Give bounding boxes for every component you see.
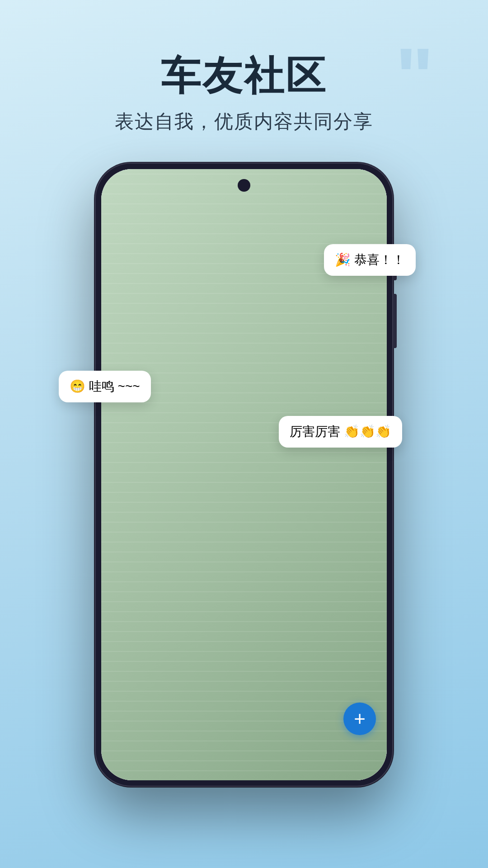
fab-create-button[interactable]: + (343, 703, 376, 731)
hero-section: 车友社区 表达自我，优质内容共同分享 (0, 0, 488, 134)
hero-subtitle: 表达自我，优质内容共同分享 (0, 109, 488, 134)
hero-title: 车友社区 (0, 54, 488, 98)
bubble-wow: 😁 哇鸣 ~~~ (59, 371, 151, 402)
bubble-congrats: 🎉 恭喜！！ (324, 244, 416, 276)
camera-notch (238, 179, 250, 192)
post-image-2 (201, 394, 287, 481)
phone-mockup: 🎉 恭喜！！ 😁 哇鸣 ~~~ 厉害厉害 👏👏👏 9:41 (95, 163, 393, 787)
plus-icon: + (354, 709, 366, 729)
content-area: 来自 凯迪拉克XT6 车友圈 (101, 262, 387, 731)
bubble-awesome: 厉害厉害 👏👏👏 (279, 416, 402, 448)
